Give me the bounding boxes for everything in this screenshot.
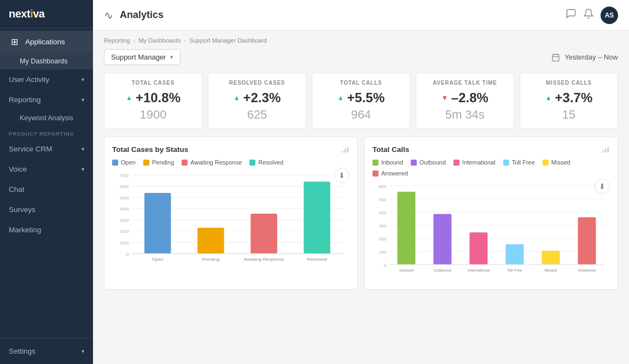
sidebar-item-my-dashboards[interactable]: My Dashboards <box>0 53 93 69</box>
calls-chart-card: Total Calls InboundOutboundInternational… <box>364 137 618 290</box>
kpi-value: 5m 34s <box>425 108 505 122</box>
sidebar-item-chat[interactable]: Chat <box>0 179 93 199</box>
sidebar: nextiva ⊞ Applications My Dashboards Use… <box>0 0 93 364</box>
svg-text:100: 100 <box>379 250 387 255</box>
chevron-down-icon: ▾ <box>81 166 84 172</box>
calls-chart-area: ⬇ 0100200300400500600InboundOutboundInte… <box>372 181 610 281</box>
sidebar-item-surveys[interactable]: Surveys <box>0 199 93 220</box>
svg-rect-27 <box>251 214 277 254</box>
kpi-change-value: +3.7% <box>555 90 593 105</box>
svg-rect-0 <box>552 54 559 61</box>
svg-text:Awaiting Response: Awaiting Response <box>243 257 284 261</box>
legend-item: Pending <box>143 159 174 166</box>
kpi-row: Total Cases ▲ +10.8% 1900 Resolved Cases… <box>104 73 618 129</box>
breadcrumb-reporting[interactable]: Reporting <box>104 37 130 44</box>
cases-download-button[interactable]: ⬇ <box>334 168 350 183</box>
topbar-actions: AS <box>566 7 618 24</box>
kpi-change-value: +10.8% <box>136 90 180 105</box>
svg-rect-5 <box>345 149 346 152</box>
kpi-label: Total Calls <box>321 80 401 86</box>
svg-rect-53 <box>469 232 487 265</box>
svg-text:0: 0 <box>126 251 129 256</box>
calls-download-button[interactable]: ⬇ <box>595 179 610 194</box>
user-avatar[interactable]: AS <box>601 7 618 24</box>
svg-text:0: 0 <box>384 263 387 268</box>
sidebar-item-voice[interactable]: Voice ▾ <box>0 159 93 179</box>
svg-text:400: 400 <box>379 210 387 215</box>
legend-label: International <box>462 159 496 166</box>
legend-label: Open <box>121 159 136 166</box>
charts-row: Total Cases by Status OpenPendingAwaitin… <box>104 137 618 290</box>
sidebar-item-keyword-analysis[interactable]: Keyword Analysis <box>0 110 93 126</box>
svg-rect-33 <box>605 149 607 152</box>
legend-label: Resolved <box>258 159 283 166</box>
svg-text:Inbound: Inbound <box>399 268 413 273</box>
sidebar-item-reporting[interactable]: Reporting ▾ <box>0 90 93 110</box>
date-filter[interactable]: Yesterday – Now <box>551 53 618 62</box>
svg-rect-4 <box>342 151 343 152</box>
breadcrumb-dashboards[interactable]: My Dashboards <box>138 37 180 44</box>
chat-button[interactable] <box>566 8 576 22</box>
legend-dot <box>182 160 188 166</box>
legend-dot <box>453 160 459 166</box>
svg-text:600: 600 <box>379 184 387 189</box>
kpi-card-4: Missed Calls ▲ +3.7% 15 <box>520 73 618 129</box>
svg-rect-51 <box>433 214 451 265</box>
svg-rect-23 <box>144 193 171 254</box>
kpi-label: Average Talk Time <box>425 80 505 86</box>
svg-text:200: 200 <box>120 229 129 234</box>
calls-chart-header: Total Calls <box>372 145 610 154</box>
cases-chart-title: Total Cases by Status <box>112 145 188 154</box>
kpi-card-0: Total Cases ▲ +10.8% 1900 <box>104 73 202 129</box>
sidebar-footer: Settings ▾ <box>0 338 93 364</box>
kpi-value: 625 <box>217 108 297 122</box>
chevron-down-icon: ▾ <box>81 146 84 152</box>
sidebar-nav: ⊞ Applications My Dashboards User Activi… <box>0 28 93 338</box>
legend-label: Pending <box>152 159 174 166</box>
svg-text:500: 500 <box>379 197 387 202</box>
legend-item: Missed <box>543 159 570 166</box>
sidebar-item-label: Applications <box>25 38 84 46</box>
legend-item: Inbound <box>372 159 403 166</box>
legend-label: Outbound <box>420 159 446 166</box>
settings-item[interactable]: Settings ▾ <box>9 345 84 357</box>
analytics-icon: ∿ <box>104 9 113 22</box>
sidebar-item-applications[interactable]: ⊞ Applications <box>0 31 93 53</box>
svg-rect-34 <box>607 147 609 152</box>
svg-rect-49 <box>397 192 415 265</box>
svg-text:Open: Open <box>152 257 164 261</box>
dashboard-selector[interactable]: Support Manager ▾ <box>104 49 180 65</box>
dropdown-chevron-icon: ▾ <box>170 54 173 61</box>
svg-text:International: International <box>468 268 490 273</box>
content-area: Reporting › My Dashboards › Support Mana… <box>93 31 629 364</box>
kpi-label: Missed Calls <box>529 80 609 86</box>
kpi-arrow-icon: ▼ <box>441 94 448 102</box>
notification-button[interactable] <box>583 8 594 22</box>
calls-chart-title: Total Calls <box>372 145 409 154</box>
sidebar-item-service-crm[interactable]: Service CRM ▾ <box>0 139 93 159</box>
kpi-change-value: +5.5% <box>347 90 385 105</box>
legend-item: Toll Free <box>503 159 535 166</box>
svg-text:300: 300 <box>379 224 387 228</box>
legend-item: Answered <box>372 170 408 177</box>
chart-options-icon[interactable] <box>341 145 350 154</box>
cases-chart-area: ⬇ 0100200300400500600700OpenPendingAwait… <box>112 170 350 281</box>
legend-dot <box>503 160 509 166</box>
svg-rect-29 <box>304 181 330 254</box>
dropdown-label: Support Manager <box>111 53 166 61</box>
chart-options-icon[interactable] <box>601 145 610 154</box>
legend-item: Open <box>112 159 136 166</box>
legend-item: International <box>453 159 496 166</box>
kpi-change-row: ▲ +5.5% <box>321 90 401 105</box>
main-content: ∿ Analytics AS Reporting › My Dashboards… <box>93 0 629 364</box>
svg-rect-25 <box>197 228 224 254</box>
kpi-value: 1900 <box>113 108 193 122</box>
legend-label: Missed <box>551 159 570 166</box>
svg-text:Answered: Answered <box>578 268 596 273</box>
sidebar-item-user-activity[interactable]: User Activity ▾ <box>0 69 93 90</box>
svg-rect-32 <box>602 151 604 152</box>
legend-item: Outbound <box>411 159 446 166</box>
sidebar-item-marketing[interactable]: Marketing <box>0 220 93 240</box>
svg-text:100: 100 <box>120 240 129 245</box>
svg-text:700: 700 <box>120 173 129 178</box>
